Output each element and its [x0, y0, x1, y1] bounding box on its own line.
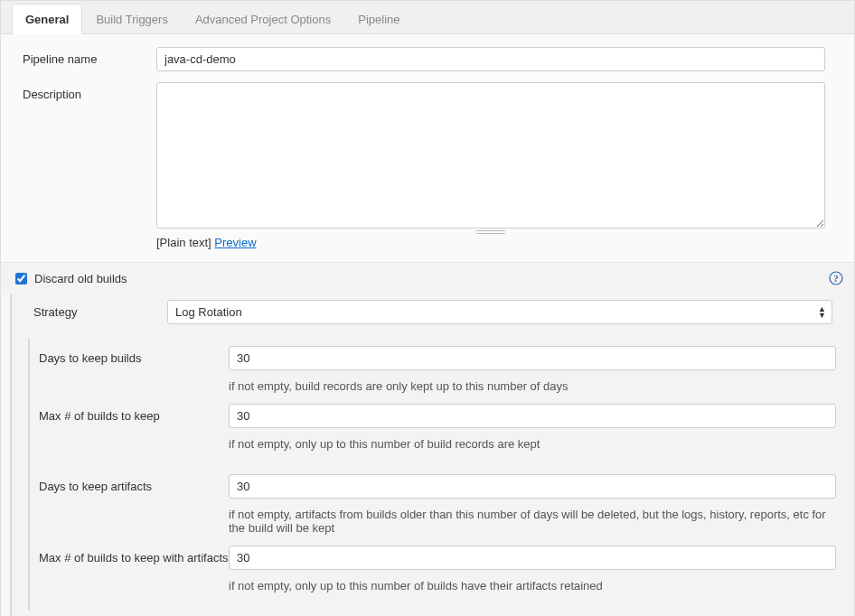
days-keep-artifacts-label: Days to keep artifacts	[39, 474, 229, 493]
description-textarea[interactable]	[156, 82, 825, 229]
config-tabs: General Build Triggers Advanced Project …	[1, 1, 854, 34]
tab-general[interactable]: General	[12, 4, 82, 34]
max-builds-artifacts-input[interactable]	[229, 546, 836, 570]
max-builds-keep-label: Max # of builds to keep	[39, 404, 229, 423]
plain-text-label: [Plain text]	[156, 236, 211, 249]
days-to-keep-builds-label: Days to keep builds	[39, 346, 229, 365]
discard-old-builds-label: Discard old builds	[34, 272, 127, 285]
strategy-row: Strategy Log Rotation ▲▼	[10, 294, 854, 335]
pipeline-name-label: Pipeline name	[23, 47, 156, 66]
svg-text:?: ?	[833, 273, 839, 284]
max-builds-keep-help: if not empty, only up to this number of …	[30, 432, 854, 462]
resize-grip-icon[interactable]	[476, 230, 505, 234]
days-to-keep-builds-input[interactable]	[229, 346, 836, 370]
config-panel: General Build Triggers Advanced Project …	[0, 0, 855, 616]
log-rotation-section: Days to keep builds if not empty, build …	[10, 335, 854, 616]
max-builds-artifacts-help: if not empty, only up to this number of …	[30, 574, 854, 603]
days-keep-artifacts-input[interactable]	[229, 474, 836, 499]
description-format-hint: [Plain text] Preview	[156, 236, 825, 249]
strategy-label: Strategy	[33, 305, 167, 319]
tab-advanced-options[interactable]: Advanced Project Options	[182, 4, 344, 34]
log-rotation-fields: Days to keep builds if not empty, build …	[28, 339, 854, 611]
days-keep-artifacts-help: if not empty, artifacts from builds olde…	[30, 502, 854, 546]
tab-content-general: Pipeline name Description [Plain text] P…	[1, 34, 854, 616]
max-builds-artifacts-label: Max # of builds to keep with artifacts	[39, 546, 229, 565]
description-label: Description	[23, 82, 156, 101]
general-form-section: Pipeline name Description [Plain text] P…	[1, 34, 854, 262]
max-builds-keep-input[interactable]	[229, 404, 836, 428]
help-icon[interactable]: ?	[829, 271, 843, 285]
preview-link[interactable]: Preview	[214, 236, 256, 249]
discard-old-builds-checkbox[interactable]	[15, 273, 27, 285]
days-to-keep-builds-help: if not empty, build records are only kep…	[30, 374, 854, 404]
discard-old-builds-row: Discard old builds ?	[1, 262, 854, 294]
tab-build-triggers[interactable]: Build Triggers	[82, 4, 181, 34]
tab-pipeline[interactable]: Pipeline	[344, 4, 413, 34]
pipeline-name-input[interactable]	[156, 47, 825, 71]
strategy-select[interactable]: Log Rotation	[167, 300, 832, 324]
